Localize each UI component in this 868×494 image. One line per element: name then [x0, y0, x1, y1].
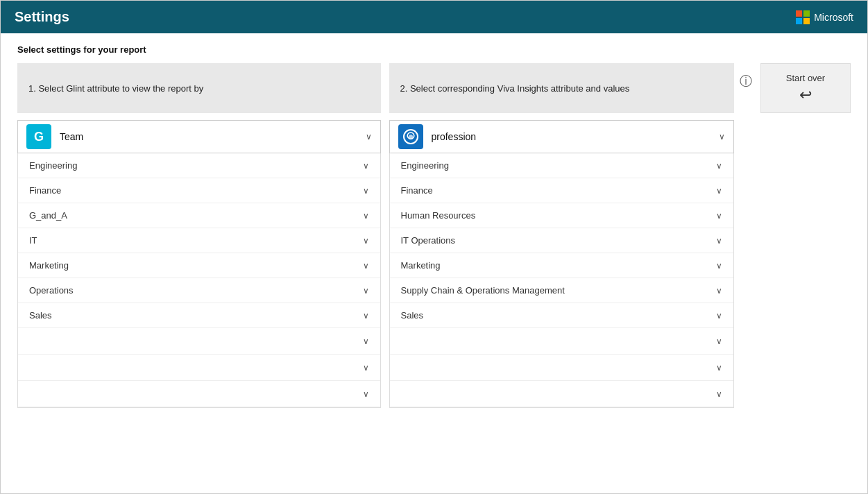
- chevron-icon: ∨: [363, 186, 369, 196]
- chevron-icon: ∨: [363, 211, 369, 221]
- main-content: Select settings for your report 1. Selec…: [1, 33, 867, 493]
- chevron-icon: ∨: [363, 311, 369, 321]
- columns-row: 1. Select Glint attribute to view the re…: [17, 63, 851, 408]
- chevron-icon: ∨: [363, 261, 369, 271]
- chevron-icon: ∨: [716, 261, 722, 271]
- glint-icon: G: [26, 124, 51, 149]
- viva-icon: [398, 124, 423, 149]
- list-item-empty: ∨: [390, 355, 734, 381]
- chevron-icon: ∨: [363, 286, 369, 296]
- chevron-icon: ∨: [363, 337, 369, 346]
- start-over-button[interactable]: Start over ↩: [760, 63, 851, 113]
- start-over-label: Start over: [786, 73, 825, 83]
- list-item-empty: ∨: [18, 355, 380, 381]
- chevron-icon: ∨: [716, 337, 722, 346]
- chevron-icon: ∨: [716, 161, 722, 171]
- page-subtitle: Select settings for your report: [17, 44, 851, 55]
- section2-header: 2. Select corresponding Viva Insights at…: [389, 63, 735, 113]
- list-item[interactable]: Human Resources ∨: [390, 203, 734, 228]
- viva-selector-chevron: ∨: [719, 132, 725, 142]
- microsoft-label: Microsoft: [814, 12, 853, 23]
- list-item-empty: ∨: [18, 328, 380, 355]
- list-item[interactable]: Marketing ∨: [390, 253, 734, 278]
- chevron-icon: ∨: [716, 186, 722, 196]
- chevron-icon: ∨: [363, 363, 369, 373]
- list-item-empty: ∨: [18, 381, 380, 407]
- viva-column: 2. Select corresponding Viva Insights at…: [389, 63, 735, 408]
- list-item[interactable]: Sales ∨: [18, 303, 380, 328]
- glint-selector-chevron: ∨: [366, 132, 372, 142]
- list-item[interactable]: Engineering ∨: [18, 153, 380, 178]
- chevron-icon: ∨: [363, 161, 369, 171]
- list-item[interactable]: IT Operations ∨: [390, 228, 734, 253]
- list-item[interactable]: IT ∨: [18, 228, 380, 253]
- list-item-empty: ∨: [390, 381, 734, 407]
- chevron-icon: ∨: [716, 211, 722, 221]
- ms-sq-blue: [796, 18, 802, 24]
- ms-squares-icon: [796, 10, 810, 24]
- chevron-icon: ∨: [363, 389, 369, 399]
- list-item[interactable]: Sales ∨: [390, 303, 734, 328]
- chevron-icon: ∨: [716, 236, 722, 246]
- glint-column: 1. Select Glint attribute to view the re…: [17, 63, 381, 408]
- info-icon-wrapper[interactable]: ⓘ: [740, 73, 752, 90]
- section1-header: 1. Select Glint attribute to view the re…: [17, 63, 381, 113]
- svg-point-1: [409, 135, 413, 139]
- back-arrow-icon: ↩: [799, 86, 812, 104]
- titlebar: Settings Microsoft: [1, 1, 867, 33]
- list-item[interactable]: Engineering ∨: [390, 153, 734, 178]
- viva-list: Engineering ∨ Finance ∨ Human Resources …: [389, 153, 735, 408]
- chevron-icon: ∨: [716, 389, 722, 399]
- app-title: Settings: [15, 9, 69, 25]
- chevron-icon: ∨: [716, 311, 722, 321]
- chevron-icon: ∨: [363, 236, 369, 246]
- ms-sq-red: [796, 10, 802, 17]
- list-item[interactable]: Finance ∨: [390, 178, 734, 203]
- microsoft-logo: Microsoft: [796, 10, 853, 24]
- list-item-empty: ∨: [390, 328, 734, 355]
- chevron-icon: ∨: [716, 363, 722, 373]
- glint-attribute-selector[interactable]: G Team ∨: [17, 120, 381, 153]
- list-item[interactable]: Finance ∨: [18, 178, 380, 203]
- glint-selected-label: Team: [60, 131, 360, 142]
- ms-sq-green: [803, 10, 810, 17]
- info-icon[interactable]: ⓘ: [740, 74, 752, 88]
- list-item[interactable]: Supply Chain & Operations Management ∨: [390, 278, 734, 303]
- list-item[interactable]: G_and_A ∨: [18, 203, 380, 228]
- ms-sq-yellow: [803, 18, 810, 24]
- viva-insights-icon: [402, 128, 419, 145]
- viva-attribute-selector[interactable]: profession ∨: [389, 120, 735, 153]
- list-item[interactable]: Marketing ∨: [18, 253, 380, 278]
- app-window: Settings Microsoft Select settings for y…: [0, 0, 868, 494]
- chevron-icon: ∨: [716, 286, 722, 296]
- viva-selected-label: profession: [432, 131, 714, 142]
- viva-column-wrapper: 2. Select corresponding Viva Insights at…: [389, 63, 753, 408]
- glint-list: Engineering ∨ Finance ∨ G_and_A ∨ IT ∨: [17, 153, 381, 408]
- list-item[interactable]: Operations ∨: [18, 278, 380, 303]
